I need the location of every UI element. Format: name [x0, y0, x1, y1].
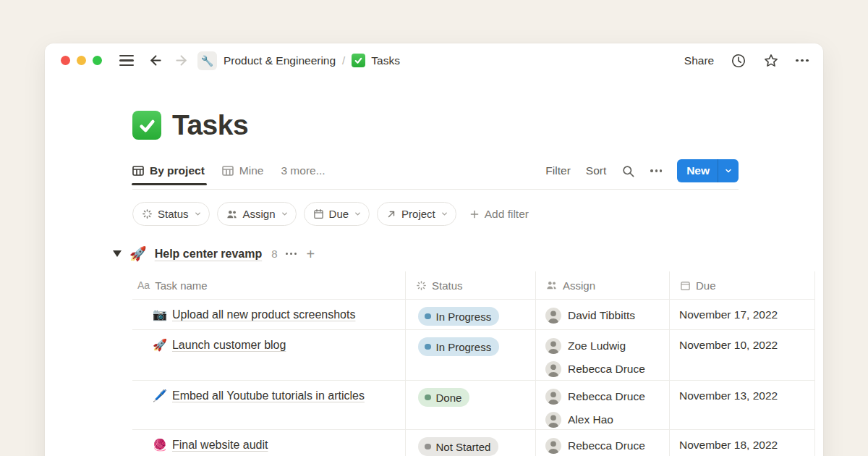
filter-chip-status[interactable]: Status [132, 202, 210, 226]
tab-mine[interactable]: Mine [222, 164, 264, 177]
table-row: 🚀Launch customer blog In Progress Zoe Lu… [132, 329, 815, 380]
sort-button[interactable]: Sort [586, 164, 606, 177]
task-title: Launch customer blog [172, 339, 286, 351]
status-spinner-icon [142, 208, 153, 219]
status-dot [425, 344, 431, 350]
tab-label: By project [150, 164, 205, 177]
group-add-icon[interactable]: + [306, 247, 315, 261]
chevron-down-icon [441, 210, 448, 218]
due-date-cell[interactable]: November 17, 2022 [669, 300, 815, 329]
page-title: Tasks [172, 109, 248, 141]
table-header-row: Aa Task name Status Assign Due [132, 271, 815, 299]
column-label: Due [696, 279, 716, 292]
breadcrumb-workspace[interactable]: Product & Engineering [224, 54, 336, 67]
traffic-lights [61, 56, 102, 65]
wrench-icon[interactable]: 🔧 [197, 51, 217, 70]
task-title: Final website audit [172, 439, 268, 451]
avatar [545, 389, 561, 405]
filter-chip-project[interactable]: Project [377, 202, 456, 226]
assignee[interactable]: Rebecca Druce [545, 434, 669, 456]
tasks-table: Aa Task name Status Assign Due [132, 271, 815, 456]
status-label: In Progress [436, 311, 492, 323]
due-date-cell[interactable]: November 13, 2022 [669, 381, 815, 431]
zoom-window-button[interactable] [93, 56, 102, 65]
column-header-due[interactable]: Due [669, 271, 815, 299]
chip-label: Assign [243, 208, 276, 220]
more-options-icon[interactable] [796, 59, 809, 62]
page-check-icon[interactable] [132, 111, 161, 140]
task-link[interactable]: 📷Upload all new product screenshots [153, 306, 370, 324]
assignee[interactable]: Rebecca Druce [545, 385, 669, 408]
status-spinner-icon [416, 280, 427, 291]
filter-chip-assign[interactable]: Assign [217, 202, 297, 226]
assignee[interactable]: David Tibbitts [545, 304, 669, 327]
table-row: 🧶Final website audit Not Started Rebecca… [132, 429, 815, 456]
table-row: 🖊️Embed all Youtube tutorials in article… [132, 380, 815, 429]
task-link[interactable]: 🧶Final website audit [153, 436, 370, 454]
status-badge[interactable]: Not Started [418, 437, 498, 456]
status-badge[interactable]: Done [418, 388, 469, 407]
chevron-down-icon[interactable] [718, 166, 739, 175]
task-link[interactable]: 🖊️Embed all Youtube tutorials in article… [153, 387, 370, 405]
workspace-emoji: 🔧 [201, 55, 213, 67]
star-favorite-icon[interactable] [763, 53, 779, 69]
status-badge[interactable]: In Progress [418, 307, 499, 326]
column-header-assign[interactable]: Assign [535, 271, 669, 299]
table-view-icon [132, 166, 144, 176]
clock-history-icon[interactable] [731, 53, 746, 69]
group-count-badge: 8 [271, 248, 277, 260]
close-window-button[interactable] [61, 56, 70, 65]
status-dot [425, 444, 431, 450]
status-dot [425, 313, 431, 320]
minimize-window-button[interactable] [77, 56, 86, 65]
sidebar-menu-icon[interactable] [119, 55, 134, 66]
filter-chip-due[interactable]: Due [304, 202, 370, 226]
new-button[interactable]: New [677, 159, 739, 182]
search-icon[interactable] [621, 164, 635, 178]
task-link[interactable]: 🚀Launch customer blog [153, 337, 370, 354]
text-type-icon: Aa [137, 279, 150, 291]
window-titlebar: 🔧 Product & Engineering / Tasks Share [45, 43, 823, 77]
group-header: 🚀 Help center revamp 8 + [113, 245, 823, 262]
column-header-task-name[interactable]: Aa Task name [132, 271, 405, 299]
status-label: In Progress [436, 341, 492, 353]
chevron-down-icon [281, 210, 289, 218]
plus-icon [469, 209, 480, 219]
share-button[interactable]: Share [684, 54, 714, 67]
collapse-triangle-icon[interactable] [113, 250, 122, 257]
column-header-status[interactable]: Status [405, 271, 535, 299]
assignee-name: Rebecca Druce [568, 439, 645, 452]
status-label: Done [436, 392, 462, 404]
view-options-icon[interactable] [650, 169, 662, 172]
group-options-icon[interactable] [286, 253, 297, 255]
chip-label: Project [401, 208, 435, 220]
yarn-icon: 🧶 [153, 439, 167, 451]
check-mark-icon [352, 54, 365, 67]
breadcrumb-page[interactable]: Tasks [352, 54, 400, 67]
filter-button[interactable]: Filter [545, 164, 570, 177]
more-views-link[interactable]: 3 more... [281, 164, 325, 177]
status-badge[interactable]: In Progress [418, 337, 499, 356]
avatar [545, 412, 561, 428]
due-date-cell[interactable]: November 18, 2022 → November 20 [669, 430, 815, 456]
filter-bar: Status Assign Due Project Add filter [132, 202, 823, 226]
people-icon [226, 209, 238, 219]
assignee-name: Rebecca Druce [568, 363, 645, 376]
add-filter-label: Add filter [485, 208, 529, 221]
due-date: November 18, 2022 [679, 439, 778, 451]
assignee[interactable]: Zoe Ludwig [545, 334, 669, 358]
assignee[interactable]: Alex Hao [545, 408, 669, 431]
assignee-name: Zoe Ludwig [568, 339, 626, 352]
forward-arrow-icon[interactable] [174, 53, 189, 68]
assignee-name: Rebecca Druce [568, 390, 645, 403]
calendar-icon [313, 208, 324, 219]
due-date: November 13, 2022 [679, 389, 778, 402]
views-toolbar: By project Mine 3 more... Filter Sort Ne… [132, 159, 739, 190]
group-title[interactable]: Help center revamp [155, 248, 263, 261]
assignee[interactable]: Rebecca Druce [545, 358, 669, 381]
group-emoji: 🚀 [129, 245, 147, 262]
add-filter-button[interactable]: Add filter [469, 208, 529, 221]
tab-by-project[interactable]: By project [132, 164, 205, 177]
back-arrow-icon[interactable] [148, 53, 163, 68]
due-date-cell[interactable]: November 10, 2022 [669, 330, 815, 381]
